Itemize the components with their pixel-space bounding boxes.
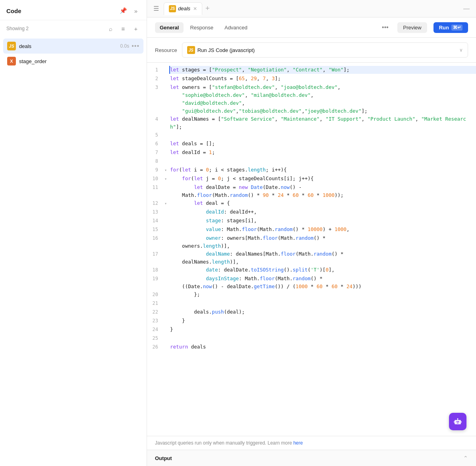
code-editor: 1 let stages = ["Prospect", "Negotiation… [147,63,476,355]
toolbar: General Response Advanced ••• Preview Ru… [147,17,476,38]
sidebar-header-icons: 📌 » [119,6,140,15]
code-line: 1 let stages = ["Prospect", "Negotiation… [147,66,476,75]
more-options-button[interactable]: ••• [379,21,391,33]
code-line: 19 daysInStage: Math.floor(Math.random()… [147,275,476,291]
svg-rect-1 [457,421,458,422]
item-badge-js: JS [7,42,16,50]
learn-more-link[interactable]: here [293,440,303,446]
sidebar-subheader: Showing 2 ⌕ ≡ + [0,20,147,37]
sidebar-item-deals[interactable]: JS deals 0.0s ••• [3,39,143,54]
add-icon[interactable]: + [132,24,140,33]
code-line: 11 let dealDate = new Date(Date.now() - … [147,183,476,199]
code-line: 14 stage: stages[i], [147,217,476,225]
pin-icon[interactable]: 📌 [119,6,128,15]
resource-select[interactable]: JS Run JS Code (javascript) ∨ [182,42,468,58]
code-line: 16 owner: owners[Math.floor(Math.random(… [147,234,476,250]
svg-rect-2 [458,421,459,422]
code-line: 17 dealName: dealNames[Math.floor(Math.r… [147,250,476,266]
output-bar: Output ⌃ [147,450,476,466]
item-time-deals: 0.0s [120,43,130,49]
search-icon[interactable]: ⌕ [106,24,115,33]
sidebar-header: Code 📌 » [0,0,147,20]
code-line: 4 let dealNames = ["Software Service", "… [147,115,476,131]
tab-name-deals: deals [178,6,190,12]
sidebar-title: Code [6,8,21,14]
sidebar-item-stage-order[interactable]: X stage_order [3,54,143,69]
svg-rect-3 [457,423,459,424]
sidebar: Code 📌 » Showing 2 ⌕ ≡ + JS deals 0.0s •… [0,0,147,466]
tab-advanced[interactable]: Advanced [220,22,252,33]
code-line: 2 let stageDealCounts = [65, 29, 7, 3]; [147,75,476,83]
output-label: Output [155,455,172,461]
run-label: Run [439,25,449,31]
tab-badge-js: JS [169,5,176,12]
code-line: 24 } [147,325,476,334]
code-editor-area[interactable]: 1 let stages = ["Prospect", "Negotiation… [147,63,476,436]
preview-button[interactable]: Preview [397,22,427,33]
minimize-icon[interactable]: — [463,5,470,12]
code-line: 8 [147,157,476,166]
output-chevron-icon[interactable]: ⌃ [463,455,468,461]
tab-close-icon[interactable]: ✕ [193,6,197,12]
resource-bar: Resource JS Run JS Code (javascript) ∨ [147,38,476,63]
run-shortcut: ⌘↵ [451,25,462,31]
code-line: 22 deals.push(deal); [147,308,476,317]
resource-select-badge: JS [187,46,195,54]
showing-count: Showing 2 [6,26,29,31]
code-line: 23 } [147,317,476,325]
code-line: 21 [147,299,476,308]
code-line: 10 ▾ for(let j = 0; j < stageDealCounts[… [147,175,476,183]
menu-icon[interactable]: ☰ [153,5,159,12]
code-line: 12 ▾ let deal = { [147,199,476,208]
run-button[interactable]: Run ⌘↵ [433,22,468,33]
code-line: 26 return deals [147,343,476,352]
collapse-icon[interactable]: » [132,6,140,15]
code-line: 13 dealId: dealId++, [147,208,476,217]
item-name-deals: deals [19,43,31,49]
code-line: 15 value: Math.floor(Math.random() * 100… [147,225,476,234]
svg-rect-0 [455,420,461,424]
robot-fab-button[interactable] [449,413,466,430]
code-line: 3 let owners = ["stefan@boldtech.dev", "… [147,83,476,115]
code-line: 9 ▾ for(let i = 0; i < stages.length; i+… [147,166,476,175]
svg-rect-7 [461,421,462,423]
sidebar-list: JS deals 0.0s ••• X stage_order [0,37,147,70]
tab-response[interactable]: Response [185,22,218,33]
tab-deals[interactable]: JS deals ✕ [164,2,202,15]
tab-bar: ☰ JS deals ✕ + — [147,0,476,17]
tab-general[interactable]: General [155,22,184,33]
item-menu-deals[interactable]: ••• [132,42,139,50]
item-name-stage-order: stage_order [19,58,46,64]
resource-select-text: Run JS Code (javascript) [197,47,457,53]
code-line: 20 }; [147,291,476,299]
main-panel: ☰ JS deals ✕ + — General Response Advanc… [147,0,476,466]
code-line: 6 let deals = []; [147,140,476,148]
resource-chevron-icon: ∨ [459,47,463,53]
code-line: 7 let dealId = 1; [147,148,476,157]
resource-label: Resource [155,47,177,53]
svg-rect-6 [454,421,455,423]
item-badge-x: X [7,57,16,65]
code-line: 18 date: dealDate.toISOString().split('T… [147,266,476,275]
filter-icon[interactable]: ≡ [119,24,128,33]
toolbar-tabs: General Response Advanced [155,22,252,33]
main-wrapper: ☰ JS deals ✕ + — General Response Advanc… [147,0,476,466]
code-line: 25 [147,334,476,343]
bottom-notice: Javascript queries run only when manuall… [147,436,476,450]
code-line: 5 [147,131,476,140]
subheader-icons: ⌕ ≡ + [106,24,140,33]
tab-add-button[interactable]: + [205,4,210,13]
svg-point-5 [457,418,459,420]
